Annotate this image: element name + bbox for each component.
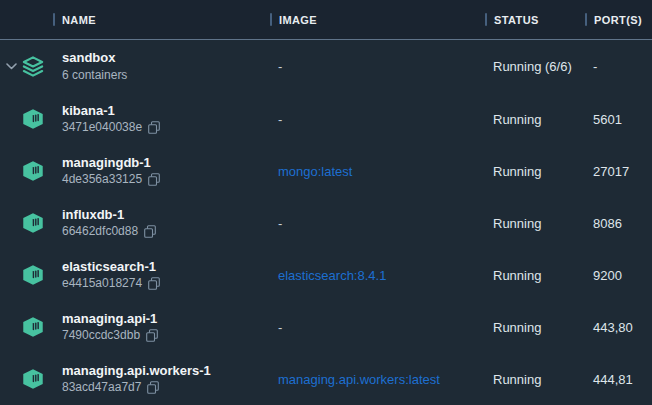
image-link[interactable]: managing.api.workers:latest (278, 372, 440, 387)
table-row[interactable]: sandbox 6 containers - Running (6/6) - (0, 40, 652, 93)
container-cube-icon (22, 264, 44, 286)
image-link[interactable]: mongo:latest (278, 164, 352, 179)
stack-container-count: 6 containers (62, 68, 127, 83)
image-cell: mongo:latest (270, 164, 485, 179)
container-cube-icon (22, 316, 44, 338)
container-cube-icon (22, 108, 44, 130)
image-cell: - (270, 59, 485, 74)
column-divider (485, 13, 487, 26)
copy-icon[interactable] (148, 277, 160, 290)
copy-icon[interactable] (148, 121, 160, 134)
container-name: influxdb-1 (62, 207, 156, 223)
container-id: 3471e040038e (62, 120, 142, 135)
column-label: IMAGE (279, 14, 317, 26)
copy-icon[interactable] (148, 173, 160, 186)
chevron-down-icon[interactable] (0, 63, 22, 70)
container-id: 4de356a33125 (62, 172, 142, 187)
table-row[interactable]: managing.api-1 7490ccdc3dbb - Running 44… (0, 301, 652, 353)
container-name: kibana-1 (62, 103, 160, 119)
container-name: managing.api-1 (62, 311, 158, 327)
column-header-status[interactable]: STATUS (485, 13, 585, 26)
status-text: Running (485, 268, 585, 283)
copy-icon[interactable] (146, 329, 158, 342)
column-divider (270, 13, 272, 26)
ports-text: 443,80 (585, 320, 652, 335)
image-cell: - (270, 216, 485, 231)
ports-text: 444,81 (585, 372, 652, 387)
container-cube-icon (22, 160, 44, 182)
container-cube-icon (22, 368, 44, 390)
column-divider (585, 13, 587, 26)
container-name: managingdb-1 (62, 155, 160, 171)
status-text: Running (485, 164, 585, 179)
column-header-image[interactable]: IMAGE (270, 13, 485, 26)
container-id: 66462dfc0d88 (62, 224, 138, 239)
status-text: Running (485, 112, 585, 127)
container-id: e4415a018274 (62, 276, 142, 291)
container-cube-icon (22, 212, 44, 234)
image-cell: - (270, 320, 485, 335)
status-text: Running (485, 372, 585, 387)
image-cell: - (270, 112, 485, 127)
column-header-name[interactable]: NAME (0, 13, 270, 26)
container-name: elasticsearch-1 (62, 259, 160, 275)
status-text: Running (485, 216, 585, 231)
column-label: STATUS (494, 14, 539, 26)
containers-table: NAME IMAGE STATUS PORT(S) (0, 0, 652, 405)
ports-text: 9200 (585, 268, 652, 283)
image-cell: elasticsearch:8.4.1 (270, 268, 485, 283)
column-divider (53, 13, 55, 26)
container-id: 83acd47aa7d7 (62, 380, 141, 395)
table-row[interactable]: influxdb-1 66462dfc0d88 - Running 8086 (0, 197, 652, 249)
ports-text: 5601 (585, 112, 652, 127)
ports-text: - (585, 59, 652, 74)
copy-icon[interactable] (147, 381, 159, 394)
container-name: managing.api.workers-1 (62, 363, 211, 379)
table-row[interactable]: elasticsearch-1 e4415a018274 elasticsear… (0, 249, 652, 301)
ports-text: 27017 (585, 164, 652, 179)
compose-stack-icon (22, 56, 44, 78)
table-header: NAME IMAGE STATUS PORT(S) (0, 0, 652, 40)
copy-icon[interactable] (144, 225, 156, 238)
image-cell: managing.api.workers:latest (270, 372, 485, 387)
status-text: Running (6/6) (485, 59, 585, 74)
column-label: PORT(S) (594, 14, 642, 26)
table-row[interactable]: managingdb-1 4de356a33125 mongo:latest R… (0, 145, 652, 197)
ports-text: 8086 (585, 216, 652, 231)
column-label: NAME (62, 14, 96, 26)
image-link[interactable]: elasticsearch:8.4.1 (278, 268, 386, 283)
container-id: 7490ccdc3dbb (62, 328, 140, 343)
table-row[interactable]: kibana-1 3471e040038e - Running 5601 (0, 93, 652, 145)
status-text: Running (485, 320, 585, 335)
table-row[interactable]: managing.api.workers-1 83acd47aa7d7 mana… (0, 353, 652, 405)
column-header-ports[interactable]: PORT(S) (585, 13, 652, 26)
stack-name: sandbox (62, 50, 127, 66)
